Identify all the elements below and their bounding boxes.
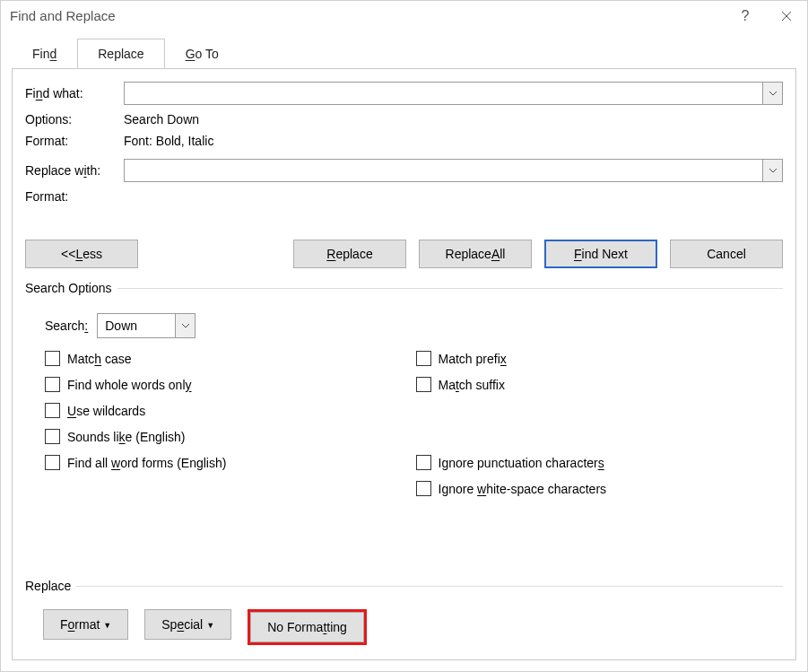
cancel-button[interactable]: Cancel — [670, 240, 783, 268]
checkbox-icon — [45, 455, 60, 470]
sounds-like-check[interactable]: Sounds like (English) — [45, 429, 413, 444]
close-button[interactable] — [766, 3, 807, 30]
caret-down-icon: ▼ — [103, 621, 111, 630]
checkbox-icon — [45, 403, 60, 418]
format-value: Font: Bold, Italic — [124, 134, 213, 148]
find-what-row: Find what: — [25, 82, 783, 105]
chevron-down-icon — [769, 168, 778, 173]
checkbox-icon — [45, 429, 60, 444]
word-forms-check[interactable]: Find all word forms (English) — [45, 455, 413, 470]
action-button-row: << Less Replace Replace All Find Next Ca… — [25, 240, 783, 268]
special-menu-button[interactable]: Special ▼ — [144, 609, 231, 640]
replace-all-button[interactable]: Replace All — [419, 240, 532, 268]
dialog-content: Find Replace Go To Find what: Options: S… — [1, 31, 807, 671]
search-direction-dropdown[interactable] — [175, 314, 195, 337]
dialog-title: Find and Replace — [10, 8, 725, 23]
wildcards-check[interactable]: Use wildcards — [45, 403, 413, 418]
close-icon — [781, 11, 792, 22]
less-button[interactable]: << Less — [25, 240, 138, 268]
checkbox-icon — [416, 377, 431, 392]
replace-with-combo — [124, 159, 783, 182]
format2-label: Format: — [25, 189, 124, 204]
checkbox-icon — [45, 377, 60, 392]
tab-strip: Find Replace Go To — [12, 38, 796, 68]
tab-goto[interactable]: Go To — [165, 39, 239, 69]
checkbox-icon — [45, 351, 60, 366]
help-button[interactable]: ? — [725, 3, 766, 30]
find-next-button[interactable]: Find Next — [544, 240, 657, 268]
replace-legend: Replace — [25, 579, 783, 593]
options-value: Search Down — [124, 112, 199, 127]
find-what-combo — [124, 82, 783, 105]
checkbox-col-left: Match case Find whole words only Use wil… — [45, 351, 413, 507]
tab-replace[interactable]: Replace — [77, 39, 164, 69]
match-prefix-check[interactable]: Match prefix — [416, 351, 784, 366]
search-direction-row: Search: Down — [45, 313, 783, 338]
ignore-whitespace-check[interactable]: Ignore white-space characters — [416, 481, 784, 496]
caret-down-icon: ▼ — [206, 621, 214, 630]
options-label: Options: — [25, 112, 124, 127]
format-row: Format: Font: Bold, Italic — [25, 134, 783, 148]
find-what-dropdown[interactable] — [762, 83, 782, 104]
replace-fieldset: Replace Format ▼ Special ▼ No Formatting — [25, 579, 783, 645]
bottom-button-row: Format ▼ Special ▼ No Formatting — [43, 609, 783, 645]
match-case-check[interactable]: Match case — [45, 351, 413, 366]
tab-panel-replace: Find what: Options: Search Down Format: … — [12, 68, 796, 660]
search-direction-label: Search: — [45, 319, 88, 333]
format-menu-button[interactable]: Format ▼ — [43, 609, 128, 640]
search-options-fieldset: Search Options Search: Down — [25, 281, 783, 507]
checkbox-icon — [416, 351, 431, 366]
replace-button[interactable]: Replace — [293, 240, 406, 268]
checkbox-columns: Match case Find whole words only Use wil… — [45, 351, 783, 507]
whole-words-check[interactable]: Find whole words only — [45, 377, 413, 392]
search-direction-select[interactable]: Down — [97, 313, 195, 338]
chevron-down-icon — [769, 91, 778, 96]
replace-with-label: Replace with: — [25, 163, 124, 178]
find-what-input[interactable] — [125, 83, 762, 104]
search-direction-value: Down — [98, 319, 175, 333]
no-formatting-button[interactable]: No Formatting — [250, 612, 364, 642]
chevron-down-icon — [181, 323, 190, 328]
options-row: Options: Search Down — [25, 112, 783, 127]
checkbox-icon — [416, 455, 431, 470]
titlebar: Find and Replace ? — [1, 1, 807, 31]
replace-with-dropdown[interactable] — [762, 160, 782, 181]
ignore-punct-check[interactable]: Ignore punctuation characters — [416, 455, 784, 470]
format-label: Format: — [25, 134, 124, 148]
checkbox-icon — [416, 481, 431, 496]
highlight-annotation: No Formatting — [248, 609, 367, 645]
tab-find[interactable]: Find — [12, 39, 77, 69]
replace-with-input[interactable] — [125, 160, 762, 181]
checkbox-col-right: Match prefix Match suffix Ignore punctua… — [413, 351, 784, 507]
match-suffix-check[interactable]: Match suffix — [416, 377, 784, 392]
format2-row: Format: — [25, 189, 783, 204]
search-options-legend: Search Options — [25, 281, 783, 295]
find-what-label: Find what: — [25, 86, 124, 100]
replace-with-row: Replace with: — [25, 159, 783, 182]
find-replace-dialog: Find and Replace ? Find Replace Go To Fi… — [0, 0, 808, 672]
